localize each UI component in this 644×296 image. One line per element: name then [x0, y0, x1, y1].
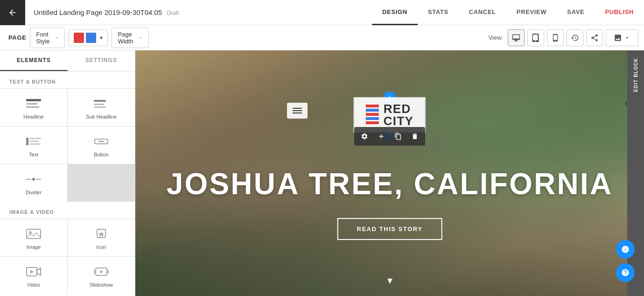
- image-label: Image: [27, 244, 41, 250]
- image-video-grid: Image Icon Video Slideshow: [0, 218, 135, 294]
- button-icon: [93, 135, 110, 148]
- svg-marker-25: [100, 270, 103, 274]
- logo-delete-button[interactable]: [407, 129, 422, 144]
- svg-marker-20: [37, 268, 41, 275]
- logo-city: CITY: [384, 115, 413, 127]
- view-mobile-button[interactable]: [547, 29, 564, 46]
- logo-copy-button[interactable]: [391, 129, 406, 144]
- text-icon: [25, 135, 42, 148]
- canvas[interactable]: + RED CITY: [135, 50, 644, 296]
- stripe-red: [366, 105, 379, 107]
- icon-icon: [93, 227, 110, 240]
- svg-rect-11: [98, 141, 104, 142]
- element-video[interactable]: Video: [0, 257, 67, 294]
- element-icon[interactable]: Icon: [68, 219, 135, 256]
- section-image-video-label: IMAGE & VIDEO: [0, 202, 135, 218]
- info-fab-button[interactable]: [616, 240, 635, 259]
- secondbar-left: PAGE Font Style ▾ Page Width: [6, 28, 141, 48]
- nav-cancel[interactable]: CANCEL: [459, 0, 506, 25]
- view-label: View:: [488, 34, 503, 41]
- history-button[interactable]: [567, 29, 583, 46]
- logo-stripe: [366, 105, 379, 125]
- top-nav: DESIGN STATS CANCEL PREVIEW SAVE PUBLISH: [372, 0, 644, 25]
- page-width-button[interactable]: Page Width: [112, 28, 148, 48]
- logo-add-button[interactable]: [374, 129, 389, 144]
- element-sub-headline[interactable]: Sub Headline: [68, 89, 135, 126]
- topbar: Untitled Landing Page 2019-09-30T04:05 D…: [0, 0, 644, 25]
- logo-red: RED: [384, 103, 413, 115]
- slideshow-label: Slideshow: [90, 282, 113, 288]
- logo-toolbar: [354, 127, 425, 146]
- stripe-blue: [366, 109, 379, 112]
- hamburger-line-1: [293, 108, 302, 109]
- nav-publish[interactable]: PUBLISH: [595, 0, 644, 25]
- svg-rect-9: [29, 143, 40, 145]
- color-swatch-blue: [86, 33, 96, 43]
- svg-rect-8: [29, 141, 39, 142]
- element-image[interactable]: Image: [0, 219, 67, 256]
- element-text[interactable]: Text: [0, 127, 67, 164]
- svg-rect-0: [26, 99, 41, 101]
- sub-headline-icon: [93, 97, 110, 110]
- hero-text-block: JOSHUA TREE, CALIFORNIA READ THIS STORY: [167, 167, 613, 240]
- secondbar-right: View:: [488, 29, 638, 46]
- help-fab-button[interactable]: [616, 263, 635, 282]
- button-label: Button: [94, 152, 109, 157]
- back-button[interactable]: [0, 0, 25, 25]
- logo-settings-button[interactable]: [357, 129, 372, 144]
- image-icon: [25, 227, 42, 240]
- hero-title: JOSHUA TREE, CALIFORNIA: [167, 167, 613, 201]
- color-dropdown-arrow: ▾: [100, 35, 103, 41]
- page-title: Untitled Landing Page 2019-09-30T04:05 D…: [25, 8, 372, 16]
- headline-label: Headline: [23, 114, 43, 120]
- divider-icon: [25, 173, 42, 186]
- element-divider[interactable]: Divider: [0, 164, 67, 202]
- slideshow-icon: [93, 265, 110, 278]
- divider-label: Divider: [26, 190, 42, 195]
- element-headline[interactable]: Headline: [0, 89, 67, 126]
- scroll-down-arrow[interactable]: ▾: [387, 275, 392, 287]
- hero-cta-button[interactable]: READ THIS STORY: [337, 218, 442, 240]
- video-label: Video: [27, 282, 40, 288]
- page-section-label: PAGE: [8, 34, 26, 41]
- hamburger-line-3: [293, 113, 302, 113]
- font-style-button[interactable]: Font Style: [30, 28, 65, 48]
- text-label: Text: [29, 152, 38, 157]
- svg-marker-21: [30, 270, 34, 274]
- svg-rect-15: [27, 229, 41, 239]
- nav-save[interactable]: SAVE: [557, 0, 595, 25]
- hamburger-line-2: [293, 110, 302, 111]
- stripe-red2: [366, 113, 379, 116]
- element-slideshow[interactable]: Slideshow: [68, 257, 135, 294]
- edit-block-label: Edit Block: [633, 58, 638, 92]
- svg-rect-7: [29, 138, 41, 139]
- fab-container: [616, 240, 635, 282]
- image-options-button[interactable]: [606, 29, 638, 46]
- nav-preview[interactable]: PREVIEW: [506, 0, 557, 25]
- nav-design[interactable]: DESIGN: [372, 0, 418, 25]
- color-picker-button[interactable]: ▾: [69, 29, 108, 46]
- element-button[interactable]: Button: [68, 127, 135, 164]
- hamburger-button[interactable]: [287, 103, 308, 119]
- text-button-grid: Headline Sub Headline Text Button: [0, 88, 135, 202]
- svg-rect-5: [94, 106, 106, 108]
- left-panel: ELEMENTS SETTINGS TEXT & BUTTON Headline…: [0, 50, 135, 296]
- draft-badge: Draft: [167, 10, 179, 16]
- tab-elements[interactable]: ELEMENTS: [0, 50, 68, 71]
- video-icon: [25, 265, 42, 278]
- icon-label: Icon: [97, 244, 106, 250]
- share-button[interactable]: [586, 29, 603, 46]
- tab-bar: ELEMENTS SETTINGS: [0, 50, 135, 71]
- secondbar: PAGE Font Style ▾ Page Width View:: [0, 25, 644, 50]
- svg-point-16: [29, 231, 32, 234]
- main-content: ELEMENTS SETTINGS TEXT & BUTTON Headline…: [0, 50, 644, 296]
- tab-settings[interactable]: SETTINGS: [68, 50, 135, 71]
- view-desktop-button[interactable]: [508, 29, 525, 46]
- svg-rect-2: [26, 106, 39, 108]
- stripe-blue2: [366, 117, 379, 120]
- view-tablet-button[interactable]: [527, 29, 544, 46]
- hero-cta[interactable]: READ THIS STORY: [167, 210, 613, 240]
- svg-rect-3: [94, 100, 106, 102]
- nav-stats[interactable]: STATS: [418, 0, 459, 25]
- section-text-button-label: TEXT & BUTTON: [0, 71, 135, 88]
